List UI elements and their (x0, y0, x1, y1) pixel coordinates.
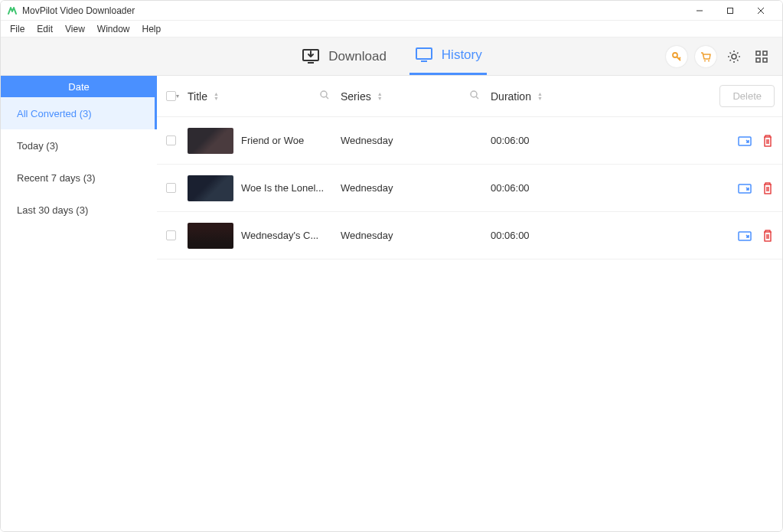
svg-point-12 (708, 60, 710, 61)
grid-button[interactable] (752, 47, 772, 67)
thumbnail (188, 223, 233, 249)
table-header: ▾ Title ▲▼ Series ▲▼ Durat (157, 76, 782, 117)
svg-point-18 (321, 91, 327, 97)
open-folder-icon[interactable] (738, 181, 752, 195)
menu-window[interactable]: Window (91, 22, 136, 36)
svg-rect-14 (756, 51, 760, 55)
window-minimize-button[interactable] (684, 1, 715, 21)
row-duration: 00:06:00 (491, 135, 644, 146)
svg-rect-6 (416, 48, 432, 59)
svg-rect-1 (728, 8, 733, 13)
cart-button[interactable] (695, 46, 716, 67)
menu-file[interactable]: File (4, 22, 31, 36)
open-folder-icon[interactable] (738, 229, 752, 243)
menu-view[interactable]: View (59, 22, 91, 36)
tab-download[interactable]: Download (296, 38, 391, 75)
svg-rect-16 (756, 58, 760, 62)
history-icon (414, 47, 434, 64)
svg-point-20 (471, 91, 477, 97)
chevron-down-icon[interactable]: ▾ (176, 93, 179, 100)
row-duration: 00:06:00 (491, 230, 644, 241)
search-series-icon[interactable] (469, 90, 480, 103)
key-button[interactable] (666, 46, 687, 67)
row-series: Wednesday (341, 182, 491, 194)
row-checkbox[interactable] (166, 230, 176, 240)
menubar: File Edit View Window Help (1, 21, 782, 38)
app-window: MovPilot Video Downloader File Edit View… (0, 0, 783, 532)
svg-rect-15 (763, 51, 767, 55)
svg-point-11 (704, 60, 706, 61)
column-series-label[interactable]: Series (341, 90, 371, 103)
sort-icon[interactable]: ▲▼ (214, 92, 219, 101)
select-all-checkbox[interactable] (166, 91, 176, 101)
row-duration: 00:06:00 (491, 182, 644, 194)
sidebar-item-recent-7[interactable]: Recent 7 days (3) (1, 162, 157, 194)
tab-history[interactable]: History (409, 38, 487, 75)
sort-icon[interactable]: ▲▼ (377, 92, 383, 101)
toolbar: Download History (1, 38, 782, 76)
window-maximize-button[interactable] (715, 1, 745, 21)
sidebar: Date All Converted (3) Today (3) Recent … (1, 76, 157, 531)
svg-line-21 (476, 96, 478, 99)
tab-download-label: Download (328, 49, 387, 64)
row-title: Wednesday's C... (241, 230, 341, 241)
search-title-icon[interactable] (319, 90, 330, 103)
sort-icon[interactable]: ▲▼ (537, 92, 543, 101)
open-folder-icon[interactable] (738, 134, 752, 148)
delete-button[interactable]: Delete (719, 85, 775, 107)
row-checkbox[interactable] (166, 183, 176, 193)
tab-history-label: History (442, 47, 482, 63)
app-title: MovPilot Video Downloader (22, 5, 135, 16)
main-panel: ▾ Title ▲▼ Series ▲▼ Durat (157, 76, 782, 531)
row-title: Friend or Woe (241, 135, 341, 146)
svg-rect-17 (763, 58, 767, 62)
table-row: Wednesday's C... Wednesday 00:06:00 (157, 212, 782, 259)
svg-rect-5 (308, 62, 314, 64)
svg-point-13 (732, 54, 736, 59)
menu-help[interactable]: Help (136, 22, 168, 36)
column-title-label[interactable]: Title (188, 90, 207, 103)
table-row: Woe Is the Lonel... Wednesday 00:06:00 (157, 165, 782, 212)
table-body: Friend or Woe Wednesday 00:06:00 (157, 117, 782, 531)
settings-button[interactable] (724, 47, 744, 67)
sidebar-item-all-converted[interactable]: All Converted (3) (1, 97, 157, 129)
download-icon (301, 48, 321, 65)
row-series: Wednesday (341, 135, 491, 146)
row-title: Woe Is the Lonel... (241, 182, 341, 194)
sidebar-item-last-30[interactable]: Last 30 days (3) (1, 194, 157, 226)
titlebar: MovPilot Video Downloader (1, 1, 782, 21)
row-series: Wednesday (341, 230, 491, 241)
svg-line-19 (326, 96, 328, 99)
trash-icon[interactable] (761, 134, 775, 148)
svg-rect-7 (421, 60, 427, 62)
app-logo-icon (7, 5, 18, 16)
sidebar-header: Date (1, 76, 157, 97)
row-checkbox[interactable] (166, 135, 176, 145)
column-duration-label[interactable]: Duration (491, 90, 531, 103)
thumbnail (188, 128, 233, 154)
thumbnail (188, 175, 233, 201)
svg-line-10 (679, 57, 680, 59)
menu-edit[interactable]: Edit (31, 22, 59, 36)
sidebar-item-today[interactable]: Today (3) (1, 129, 157, 162)
table-row: Friend or Woe Wednesday 00:06:00 (157, 117, 782, 165)
window-close-button[interactable] (745, 1, 776, 21)
trash-icon[interactable] (761, 181, 775, 195)
trash-icon[interactable] (761, 229, 775, 243)
